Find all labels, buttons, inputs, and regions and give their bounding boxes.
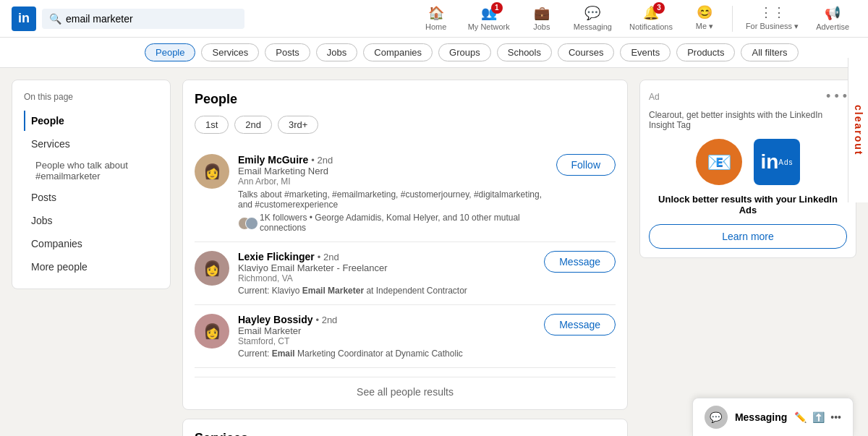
nav-me[interactable]: 😊 Me ▾ <box>683 1 726 35</box>
main-layout: On this page People Services People who … <box>0 68 868 436</box>
nav-business-label: For Business ▾ <box>746 22 799 31</box>
people-section-title: People <box>195 92 616 107</box>
nav-network-label: My Network <box>468 22 510 31</box>
filter-all[interactable]: All filters <box>741 43 798 61</box>
sidebar-item-people[interactable]: People <box>24 111 158 131</box>
nav-home[interactable]: 🏠 Home <box>414 2 458 35</box>
person-title-hayley: Email Marketer <box>238 325 535 336</box>
person-name-emily[interactable]: Emily McGuire <box>238 154 308 166</box>
ads-label: Ads <box>778 158 793 166</box>
mutual-faces-emily <box>238 217 257 228</box>
network-icon: 👥 1 <box>481 5 497 21</box>
nav-divider <box>732 6 733 32</box>
nav-home-label: Home <box>425 22 446 31</box>
sidebar-page-label: On this page <box>24 92 158 102</box>
person-action-emily: Follow <box>556 154 616 176</box>
sidebar: On this page People Services People who … <box>12 80 171 436</box>
message-button-lexie[interactable]: Message <box>544 251 616 273</box>
ad-card: Ad • • • Clearout, get better insights w… <box>639 80 856 258</box>
degree-filter-tabs: 1st 2nd 3rd+ <box>195 116 616 134</box>
nav-my-network[interactable]: 👥 1 My Network <box>461 2 517 35</box>
messaging-bar[interactable]: 💬 Messaging ✏️ ⬆️ ••• <box>692 398 854 436</box>
person-name-hayley[interactable]: Hayley Bossidy <box>238 314 313 325</box>
nav-advertise[interactable]: 📢 Advertise <box>809 2 856 35</box>
person-about-emily: Talks about #marketing, #emailmarketing,… <box>238 189 548 210</box>
nav-jobs[interactable]: 💼 Jobs <box>520 2 563 35</box>
sidebar-nav: People Services People who talk about #e… <box>24 111 158 277</box>
ad-more-options[interactable]: • • • <box>826 89 847 104</box>
home-icon: 🏠 <box>428 5 444 21</box>
clearout-logo-icon: 📧 <box>707 150 732 174</box>
sidebar-item-services[interactable]: Services <box>24 134 158 154</box>
avatar-hayley: 👩 <box>195 314 229 349</box>
messaging-compose-icon[interactable]: ✏️ <box>794 411 807 423</box>
nav-notifications-label: Notifications <box>629 22 673 31</box>
search-input[interactable] <box>66 13 237 25</box>
person-location-lexie: Richmond, VA <box>238 273 535 283</box>
filter-jobs[interactable]: Jobs <box>316 43 357 61</box>
ad-headline: Unlock better results with your LinkedIn… <box>649 194 847 215</box>
nav-me-label: Me ▾ <box>696 22 713 31</box>
learn-more-button[interactable]: Learn more <box>649 224 847 249</box>
person-degree-lexie: • 2nd <box>318 252 339 262</box>
nav-notifications[interactable]: 🔔 3 Notifications <box>622 2 680 35</box>
filter-tab-3rd[interactable]: 3rd+ <box>278 116 318 134</box>
filter-courses[interactable]: Courses <box>558 43 614 61</box>
person-title-lexie: Klaviyo Email Marketer - Freelancer <box>238 262 535 273</box>
clearout-logo: 📧 <box>696 139 742 185</box>
person-degree-emily: • 2nd <box>311 155 333 166</box>
ad-logos: 📧 in Ads <box>649 139 847 185</box>
person-info-hayley: Hayley Bossidy • 2nd Email Marketer Stam… <box>238 314 535 359</box>
search-bar[interactable]: 🔍 <box>42 9 244 29</box>
person-row-lexie: 👩 Lexie Flickinger • 2nd Klaviyo Email M… <box>195 242 616 305</box>
sidebar-item-jobs[interactable]: Jobs <box>24 210 158 231</box>
sidebar-item-companies[interactable]: Companies <box>24 234 158 254</box>
filter-posts[interactable]: Posts <box>265 43 310 61</box>
nav-messaging-label: Messaging <box>574 22 612 31</box>
messaging-ellipsis-icon[interactable]: ••• <box>830 411 841 423</box>
messaging-icon: 💬 <box>584 5 600 21</box>
nav-items: 🏠 Home 👥 1 My Network 💼 Jobs 💬 Messaging… <box>414 1 856 35</box>
filter-tab-2nd[interactable]: 2nd <box>234 116 272 134</box>
person-name-lexie[interactable]: Lexie Flickinger <box>238 251 315 262</box>
right-sidebar: Ad • • • Clearout, get better insights w… <box>639 80 856 436</box>
filter-tab-1st[interactable]: 1st <box>195 116 229 134</box>
person-current-hayley: Current: Email Marketing Coordinator at … <box>238 349 535 359</box>
sidebar-item-more[interactable]: More people <box>24 257 158 277</box>
avatar-emily: 👩 <box>195 154 229 189</box>
nav-messaging[interactable]: 💬 Messaging <box>566 2 619 35</box>
filter-companies[interactable]: Companies <box>363 43 433 61</box>
sidebar-item-people-talk[interactable]: People who talk about #emailmarketer <box>24 157 158 184</box>
linkedin-ads-text: in <box>760 150 778 174</box>
clearout-strip[interactable]: clearout <box>848 58 868 202</box>
filter-products[interactable]: Products <box>676 43 735 61</box>
linkedin-logo[interactable]: in <box>12 7 36 31</box>
nav-for-business[interactable]: ⋮⋮ For Business ▾ <box>739 1 806 35</box>
me-icon: 😊 <box>697 4 712 20</box>
content-area: People 1st 2nd 3rd+ 👩 Emily McGuire • 2n… <box>182 80 628 436</box>
top-navigation: in 🔍 🏠 Home 👥 1 My Network 💼 Jobs 💬 Mess… <box>0 0 868 38</box>
filter-people[interactable]: People <box>145 43 195 61</box>
follow-button-emily[interactable]: Follow <box>556 154 616 176</box>
person-degree-hayley: • 2nd <box>316 315 338 325</box>
filter-schools[interactable]: Schools <box>497 43 552 61</box>
filter-services[interactable]: Services <box>201 43 259 61</box>
sidebar-item-posts[interactable]: Posts <box>24 187 158 208</box>
messaging-expand-icon[interactable]: ⬆️ <box>812 411 825 423</box>
see-all-people[interactable]: See all people results <box>195 377 616 398</box>
ad-header: Ad • • • <box>649 89 847 104</box>
person-row-emily: 👩 Emily McGuire • 2nd Email Marketing Ne… <box>195 145 616 242</box>
person-row-hayley: 👩 Hayley Bossidy • 2nd Email Marketer St… <box>195 305 616 368</box>
filter-bar: People Services Posts Jobs Companies Gro… <box>0 38 868 68</box>
person-title-emily: Email Marketing Nerd <box>238 166 548 176</box>
grid-icon: ⋮⋮ <box>760 4 786 20</box>
person-current-lexie: Current: Klaviyo Email Marketer at Indep… <box>238 286 535 296</box>
filter-events[interactable]: Events <box>620 43 671 61</box>
person-action-hayley: Message <box>544 314 616 335</box>
search-icon: 🔍 <box>49 13 61 25</box>
services-section-title: Services <box>195 431 616 436</box>
message-button-hayley[interactable]: Message <box>544 314 616 335</box>
person-info-emily: Emily McGuire • 2nd Email Marketing Nerd… <box>238 154 548 233</box>
filter-groups[interactable]: Groups <box>438 43 491 61</box>
current-highlight-lexie: Email Marketer <box>302 286 364 296</box>
